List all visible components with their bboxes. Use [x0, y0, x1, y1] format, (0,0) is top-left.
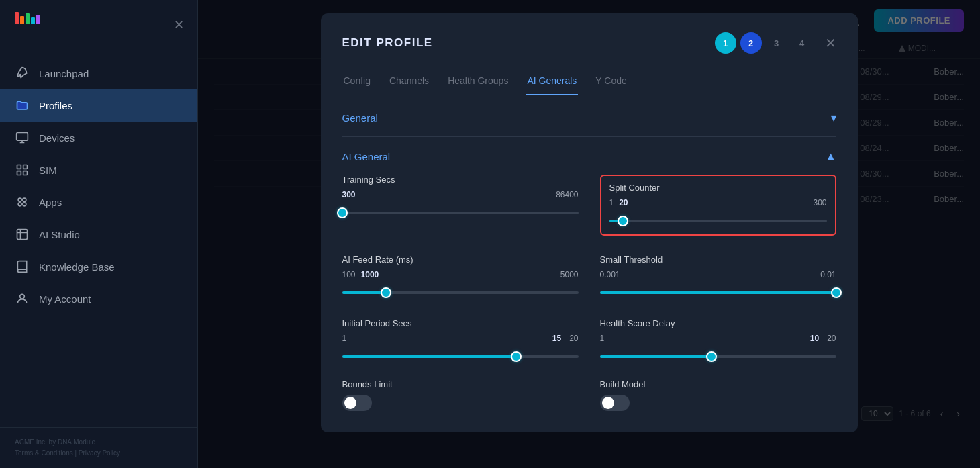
split-counter-track[interactable] [609, 214, 827, 228]
svg-rect-0 [15, 12, 19, 24]
folder-icon [15, 98, 30, 113]
user-icon [15, 291, 30, 306]
toggles-row: Bounds Limit Build Model [342, 379, 836, 411]
svg-rect-10 [23, 171, 28, 175]
svg-rect-2 [26, 13, 30, 24]
initial-period-secs-label: Initial Period Secs [342, 318, 579, 328]
ai-feed-rate-thumb[interactable] [381, 287, 391, 298]
sidebar-close-button[interactable]: ✕ [174, 17, 184, 32]
ai-feed-rate-track[interactable] [342, 286, 579, 299]
toggle-group-build-model: Build Model [600, 379, 836, 411]
slider-split-counter: Split Counter 1 20 300 [600, 175, 836, 236]
split-counter-label: Split Counter [609, 183, 827, 193]
sidebar-item-my-account-label: My Account [39, 293, 91, 305]
general-section-chevron[interactable]: ▾ [831, 111, 836, 124]
sidebar-item-ai-studio-label: AI Studio [39, 229, 80, 240]
tab-health-groups[interactable]: Health Groups [446, 70, 509, 95]
tab-y-code[interactable]: Y Code [594, 70, 628, 95]
modal-tabs: Config Channels Health Groups AI General… [342, 70, 836, 95]
svg-rect-4 [36, 15, 40, 24]
health-score-delay-thumb[interactable] [706, 351, 717, 362]
tab-ai-generals[interactable]: AI Generals [526, 70, 578, 95]
general-section-title: General [342, 112, 378, 124]
tab-config[interactable]: Config [342, 70, 372, 95]
initial-period-secs-track[interactable] [342, 350, 579, 363]
svg-point-11 [18, 198, 21, 201]
sidebar-item-my-account[interactable]: My Account [0, 283, 197, 315]
svg-point-12 [23, 198, 26, 201]
sidebar-navigation: Launchpad Profiles Devices [0, 50, 197, 427]
edit-profile-modal: EDIT PROFILE 1 2 3 4 ✕ Config Channels H… [321, 13, 858, 432]
sidebar-item-ai-studio[interactable]: AI Studio [0, 218, 197, 250]
small-threshold-label: Small Threshold [600, 254, 836, 265]
slider-training-secs: Training Secs 300 86400 [342, 175, 579, 236]
sidebar-item-knowledge-base[interactable]: Knowledge Base [0, 250, 197, 283]
sidebar-header: ✕ [0, 0, 197, 50]
monitor-icon [15, 130, 30, 145]
ai-feed-rate-label: AI Feed Rate (ms) [342, 254, 579, 265]
step-1-button[interactable]: 1 [715, 32, 736, 54]
svg-rect-3 [31, 17, 35, 24]
bounds-limit-knob [344, 397, 356, 409]
sidebar-item-devices[interactable]: Devices [0, 122, 197, 154]
book-icon [15, 259, 30, 274]
slider-ai-feed-rate: AI Feed Rate (ms) 100 1000 5000 [342, 254, 579, 299]
sidebar-item-sim[interactable]: SIM [0, 154, 197, 186]
sidebar-item-profiles[interactable]: Profiles [0, 89, 197, 122]
svg-rect-1 [20, 16, 24, 24]
small-threshold-track[interactable] [600, 286, 836, 299]
sidebar-item-apps-label: Apps [39, 197, 62, 208]
split-counter-thumb[interactable] [618, 216, 628, 226]
sliders-grid: Training Secs 300 86400 Split Counter [342, 175, 836, 363]
small-threshold-thumb[interactable] [831, 287, 842, 298]
modal-header: EDIT PROFILE 1 2 3 4 ✕ [342, 32, 836, 54]
general-section-header[interactable]: General ▾ [342, 111, 836, 124]
svg-rect-8 [23, 165, 28, 169]
modal-title: EDIT PROFILE [342, 36, 433, 50]
svg-rect-7 [17, 165, 21, 169]
health-score-delay-track[interactable] [600, 350, 836, 363]
main-content: ADD PROFILE MODI... MODI... 08/30... Bob… [198, 0, 980, 468]
ai-general-section-title: AI General [342, 151, 391, 162]
slider-small-threshold: Small Threshold 0.001 0.01 [600, 254, 836, 299]
svg-rect-6 [17, 133, 28, 141]
svg-point-15 [20, 294, 25, 299]
initial-period-secs-values: 1 15 20 [342, 334, 579, 343]
sidebar-item-launchpad[interactable]: Launchpad [0, 57, 197, 89]
svg-point-5 [20, 75, 21, 76]
training-secs-values: 300 86400 [342, 190, 579, 199]
rocket-icon [15, 66, 30, 81]
small-threshold-values: 0.001 0.01 [600, 270, 836, 279]
ai-icon [15, 227, 30, 242]
step-2-button[interactable]: 2 [740, 32, 762, 54]
sidebar-item-devices-label: Devices [39, 132, 75, 144]
slider-initial-period-secs: Initial Period Secs 1 15 20 [342, 318, 579, 363]
build-model-toggle[interactable] [600, 395, 630, 411]
initial-period-secs-thumb[interactable] [511, 351, 522, 362]
sidebar-item-apps[interactable]: Apps [0, 186, 197, 218]
toggle-group-bounds-limit: Bounds Limit [342, 379, 579, 411]
sidebar-footer: ACME Inc. by DNA Module Terms & Conditio… [0, 427, 197, 468]
ai-feed-rate-values: 100 1000 5000 [342, 270, 579, 279]
modal-close-button[interactable]: ✕ [825, 35, 836, 51]
svg-rect-9 [17, 171, 21, 175]
modal-steps: 1 2 3 4 [715, 32, 813, 54]
sidebar-item-launchpad-label: Launchpad [39, 68, 89, 79]
modal-overlay: EDIT PROFILE 1 2 3 4 ✕ Config Channels H… [198, 0, 980, 468]
apps-icon [15, 195, 30, 209]
health-score-delay-values: 1 10 20 [600, 334, 836, 343]
step-3-button[interactable]: 3 [766, 32, 787, 54]
training-secs-track[interactable] [342, 206, 579, 220]
health-score-delay-label: Health Score Delay [600, 318, 836, 328]
bounds-limit-label: Bounds Limit [342, 379, 579, 389]
split-counter-values: 1 20 300 [609, 198, 827, 207]
tab-channels[interactable]: Channels [388, 70, 430, 95]
bounds-limit-toggle[interactable] [342, 395, 372, 411]
ai-general-section-header[interactable]: AI General ▲ [342, 150, 836, 162]
app-logo [13, 11, 42, 39]
training-secs-thumb[interactable] [337, 207, 348, 218]
grid-icon [15, 162, 30, 177]
slider-health-score-delay: Health Score Delay 1 10 20 [600, 318, 836, 363]
ai-general-section-chevron[interactable]: ▲ [826, 150, 836, 162]
step-4-button[interactable]: 4 [791, 32, 813, 54]
